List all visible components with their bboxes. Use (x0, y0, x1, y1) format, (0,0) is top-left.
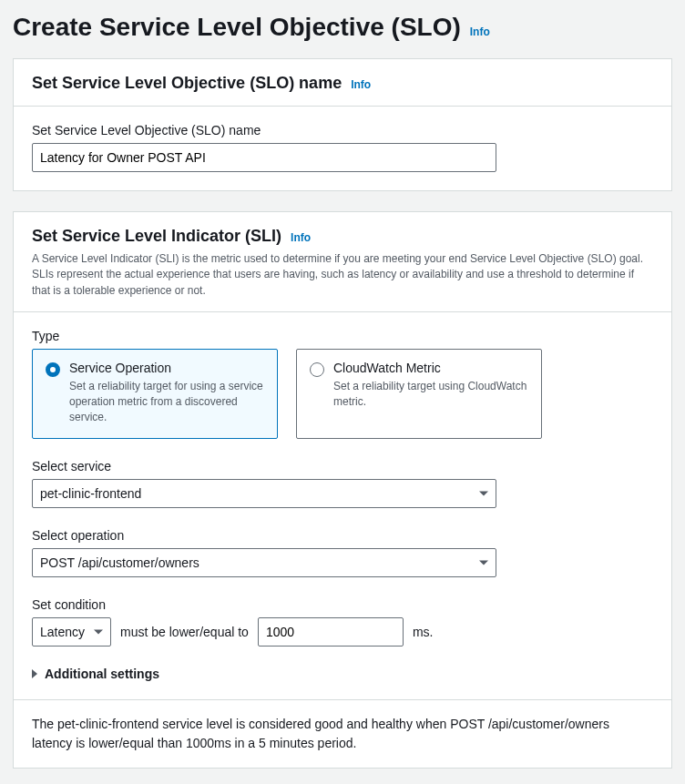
condition-threshold-input[interactable] (258, 617, 404, 647)
slo-name-panel-header: Set Service Level Objective (SLO) name I… (14, 59, 671, 107)
page-info-link[interactable]: Info (470, 25, 490, 38)
slo-name-panel: Set Service Level Objective (SLO) name I… (13, 58, 672, 191)
tile-desc: Set a reliability target using CloudWatc… (333, 379, 528, 410)
slo-name-panel-title: Set Service Level Objective (SLO) name (32, 74, 342, 93)
additional-settings-label: Additional settings (45, 667, 159, 681)
tile-title: CloudWatch Metric (333, 361, 528, 375)
sli-panel-title: Set Service Level Indicator (SLI) (32, 227, 281, 246)
sli-info-link[interactable]: Info (291, 231, 311, 244)
sli-panel-description: A Service Level Indicator (SLI) is the m… (32, 251, 653, 299)
tile-service-operation[interactable]: Service Operation Set a reliability targ… (32, 349, 278, 438)
select-operation-dropdown[interactable]: POST /api/customer/owners (32, 548, 496, 577)
caret-down-icon (479, 491, 488, 495)
slo-name-input[interactable] (32, 143, 496, 172)
select-service-dropdown[interactable]: pet-clinic-frontend (32, 479, 496, 508)
type-label: Type (32, 329, 653, 343)
sli-summary: The pet-clinic-frontend service level is… (14, 699, 671, 768)
condition-row: Latency must be lower/equal to ms. (32, 617, 653, 647)
radio-icon (46, 362, 60, 377)
condition-operator-text: must be lower/equal to (120, 625, 249, 639)
tile-desc: Set a reliability target for using a ser… (69, 379, 264, 424)
condition-metric-dropdown[interactable]: Latency (32, 617, 111, 647)
condition-unit: ms. (413, 625, 434, 639)
caret-down-icon (94, 629, 103, 634)
radio-icon (310, 362, 324, 377)
triangle-right-icon (32, 669, 37, 678)
tile-title: Service Operation (69, 361, 264, 375)
tile-cloudwatch-metric[interactable]: CloudWatch Metric Set a reliability targ… (296, 349, 542, 438)
sli-panel: Set Service Level Indicator (SLI) Info A… (13, 211, 672, 769)
type-tiles: Service Operation Set a reliability targ… (32, 349, 653, 438)
select-operation-label: Select operation (32, 528, 653, 543)
condition-metric-value: Latency (40, 625, 85, 639)
set-condition-label: Set condition (32, 597, 653, 612)
select-service-value: pet-clinic-frontend (40, 486, 141, 501)
slo-name-info-link[interactable]: Info (351, 78, 371, 91)
sli-panel-header: Set Service Level Indicator (SLI) Info A… (14, 212, 671, 312)
page-header: Create Service Level Objective (SLO) Inf… (13, 13, 672, 42)
select-operation-value: POST /api/customer/owners (40, 555, 199, 570)
slo-name-field-label: Set Service Level Objective (SLO) name (32, 123, 653, 137)
select-service-label: Select service (32, 459, 653, 473)
additional-settings-toggle[interactable]: Additional settings (32, 667, 653, 681)
caret-down-icon (479, 560, 488, 565)
page-title: Create Service Level Objective (SLO) (13, 13, 461, 42)
